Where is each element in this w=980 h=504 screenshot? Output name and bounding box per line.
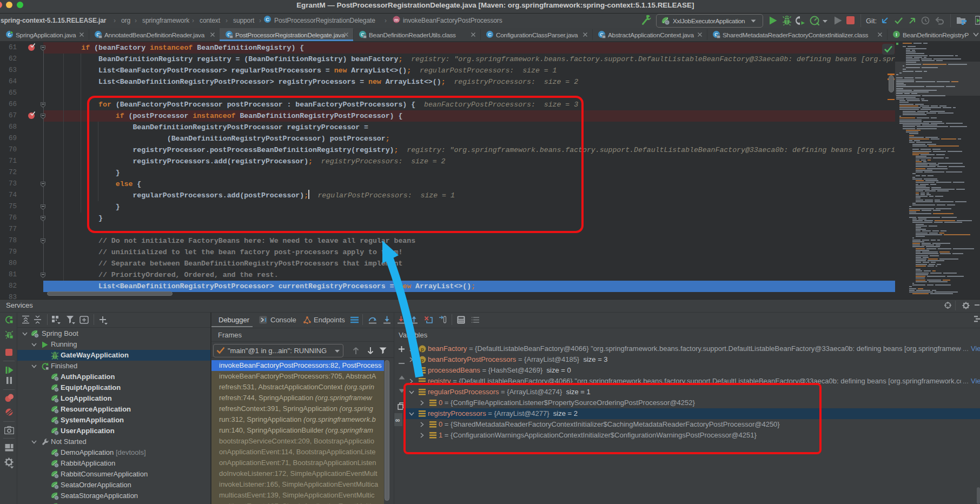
svg-text:I: I <box>896 32 897 37</box>
